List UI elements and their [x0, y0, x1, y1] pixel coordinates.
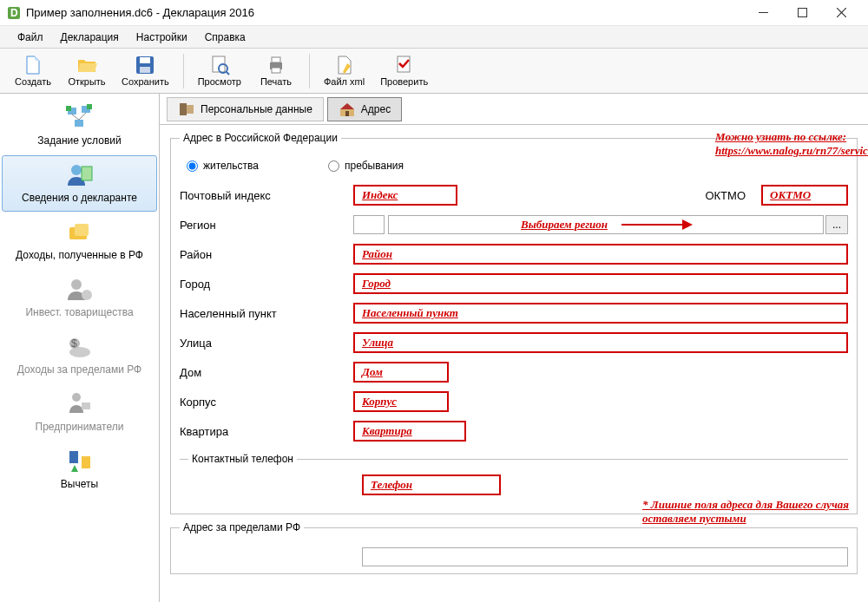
svg-text:$: $	[71, 337, 77, 350]
svg-rect-35	[82, 456, 90, 468]
region-code-input[interactable]	[353, 215, 385, 234]
save-button[interactable]: Сохранить	[115, 53, 176, 88]
contact-legend: Контактный телефон	[188, 453, 297, 465]
foreign-address-input[interactable]	[362, 547, 848, 566]
sidebar-item-conditions[interactable]: Задание условий	[2, 98, 157, 154]
svg-rect-14	[272, 68, 280, 73]
city-label: Город	[180, 278, 353, 291]
toolbar: Создать Открыть Сохранить Просмотр Печат…	[0, 49, 868, 94]
svg-rect-3	[799, 9, 807, 17]
svg-line-20	[79, 113, 86, 120]
city-input[interactable]: Город	[353, 273, 848, 294]
region-name-input[interactable]: Выбираем регион	[388, 215, 824, 234]
district-label: Район	[180, 248, 353, 261]
apartment-input[interactable]: Квартира	[353, 421, 466, 442]
toolbar-separator	[183, 54, 184, 88]
xml-file-icon	[334, 55, 355, 75]
locality-input[interactable]: Населенный пункт	[353, 303, 848, 324]
declarant-icon	[66, 161, 94, 189]
income-foreign-icon: $	[66, 333, 94, 361]
building-input[interactable]: Корпус	[353, 391, 449, 412]
form-body: Можно узнать по ссылке: https://www.nalo…	[160, 125, 868, 602]
form-tabs: Персональные данные Адрес	[160, 94, 868, 125]
content-area: Персональные данные Адрес Можно узнать п…	[160, 94, 868, 602]
svg-rect-38	[345, 111, 349, 116]
xml-button[interactable]: Файл xml	[317, 53, 372, 88]
menubar: Файл Декларация Настройки Справка	[0, 26, 868, 49]
rf-address-legend: Адрес в Российской Федерации	[180, 132, 341, 144]
svg-point-32	[72, 393, 81, 402]
sidebar-item-invest[interactable]: Инвест. товарищества	[2, 270, 157, 326]
tab-personal[interactable]: Персональные данные	[167, 97, 324, 121]
income-rf-icon	[66, 219, 94, 246]
print-button[interactable]: Печать	[250, 53, 302, 88]
phone-input[interactable]: Телефон	[362, 474, 501, 495]
app-icon: D	[7, 6, 21, 20]
district-input[interactable]: Район	[353, 244, 848, 265]
main-area: Задание условий Сведения о декларанте До…	[0, 94, 868, 602]
svg-rect-36	[180, 103, 187, 115]
save-icon	[135, 55, 155, 75]
menu-settings[interactable]: Настройки	[128, 28, 196, 47]
invest-icon	[66, 276, 94, 304]
preview-button[interactable]: Просмотр	[191, 53, 248, 88]
create-button[interactable]: Создать	[7, 53, 59, 88]
svg-rect-33	[82, 402, 90, 409]
sidebar-item-deductions[interactable]: Вычеты	[2, 442, 157, 498]
foreign-address-fieldset: Адрес за пределами РФ	[170, 521, 858, 574]
menu-help[interactable]: Справка	[196, 28, 254, 47]
locality-label: Населенный пункт	[180, 307, 353, 320]
rf-address-fieldset: Адрес в Российской Федерации жительства …	[170, 132, 858, 514]
svg-line-19	[72, 115, 79, 120]
window-title: Пример заполнения.dc6 - Декларация 2016	[26, 6, 744, 19]
apartment-label: Квартира	[180, 425, 353, 438]
street-input[interactable]: Улица	[353, 332, 848, 353]
check-icon	[394, 55, 415, 75]
sidebar-item-entrepreneurs[interactable]: Предприниматели	[2, 384, 157, 441]
print-icon	[266, 55, 286, 75]
personal-icon	[178, 101, 195, 118]
window-controls	[744, 1, 861, 25]
house-icon	[339, 101, 356, 118]
svg-rect-22	[66, 106, 71, 111]
entrepreneurs-icon	[66, 390, 94, 418]
house-label: Дом	[180, 366, 353, 379]
open-button[interactable]: Открыть	[61, 53, 113, 88]
new-file-icon	[23, 55, 43, 75]
minimize-button[interactable]	[744, 1, 783, 25]
house-input[interactable]: Дом	[353, 362, 449, 383]
svg-point-28	[82, 290, 92, 300]
radio-residence[interactable]: жительства	[187, 160, 259, 172]
titlebar: D Пример заполнения.dc6 - Декларация 201…	[0, 0, 868, 26]
link-annotation: Можно узнать по ссылке: https://www.nalo…	[715, 130, 868, 158]
close-button[interactable]	[822, 1, 861, 25]
toolbar-separator	[309, 54, 310, 88]
folder-open-icon	[76, 55, 97, 75]
svg-line-11	[227, 72, 229, 75]
svg-rect-37	[187, 105, 194, 114]
foreign-address-legend: Адрес за пределами РФ	[180, 521, 304, 533]
sidebar-item-declarant[interactable]: Сведения о декларанте	[2, 155, 157, 212]
region-browse-button[interactable]: ...	[825, 215, 848, 234]
sidebar-item-income-rf[interactable]: Доходы, полученные в РФ	[2, 213, 157, 269]
sidebar-item-income-foreign[interactable]: $ Доходы за пределами РФ	[2, 327, 157, 383]
svg-rect-26	[75, 224, 89, 236]
svg-rect-2	[759, 12, 768, 13]
sidebar: Задание условий Сведения о декларанте До…	[0, 94, 160, 602]
radio-stay[interactable]: пребывания	[328, 160, 404, 172]
conditions-icon	[66, 104, 94, 132]
menu-declaration[interactable]: Декларация	[52, 28, 128, 47]
svg-rect-21	[87, 104, 92, 109]
oktmo-label: ОКТМО	[705, 189, 746, 202]
maximize-button[interactable]	[783, 1, 822, 25]
oktmo-input[interactable]: ОКТМО	[761, 185, 848, 206]
svg-point-23	[71, 165, 82, 175]
svg-rect-18	[75, 120, 83, 127]
check-button[interactable]: Проверить	[373, 53, 435, 88]
menu-file[interactable]: Файл	[9, 28, 52, 47]
postal-index-input[interactable]: Индекс	[353, 185, 457, 206]
postal-index-label: Почтовый индекс	[180, 189, 353, 202]
region-label: Регион	[180, 219, 353, 232]
tab-address[interactable]: Адрес	[327, 97, 402, 121]
svg-rect-34	[69, 451, 78, 463]
